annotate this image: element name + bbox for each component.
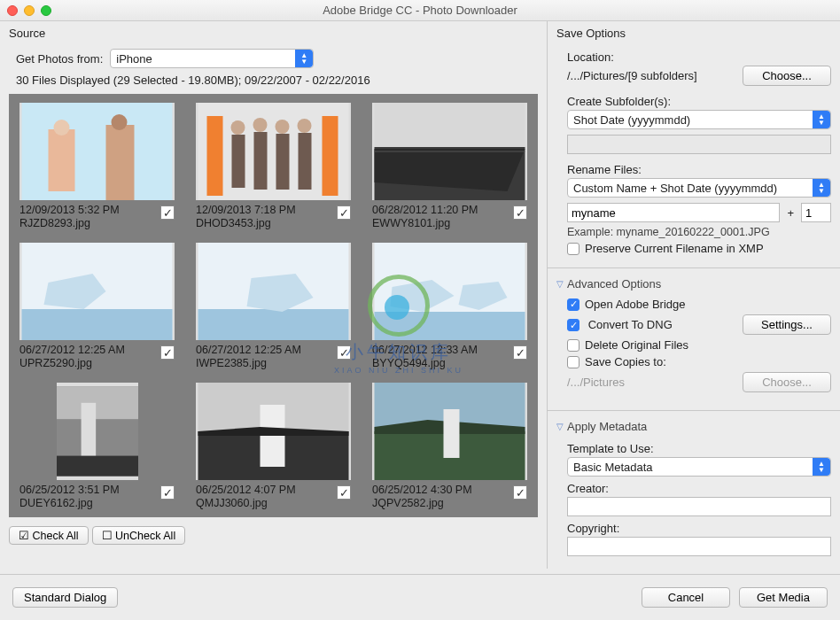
- creator-label: Creator:: [567, 482, 831, 495]
- thumbnail-date: 06/25/2012 4:30 PM: [372, 484, 472, 497]
- svg-rect-25: [57, 386, 138, 419]
- get-media-button[interactable]: Get Media: [739, 587, 828, 608]
- thumbnail-cell[interactable]: 06/25/2012 4:07 PM QMJJ3060.jpg ✓: [196, 383, 351, 510]
- standard-dialog-button[interactable]: Standard Dialog: [12, 587, 118, 608]
- svg-rect-2: [106, 125, 135, 200]
- thumbnail-checkbox[interactable]: ✓: [337, 345, 351, 360]
- thumbnail-checkbox[interactable]: ✓: [337, 205, 351, 220]
- thumbnail-cell[interactable]: 06/27/2012 12:25 AM IWPE2385.jpg ✓: [196, 243, 351, 370]
- divider: [548, 410, 840, 411]
- thumbnail-cell[interactable]: 12/09/2013 7:18 PM DHOD3453.jpg ✓: [196, 103, 351, 230]
- svg-rect-13: [254, 132, 268, 190]
- device-select[interactable]: iPhone ▲▼: [110, 49, 314, 68]
- subfolder-custom-input[interactable]: [567, 135, 831, 154]
- dng-settings-button[interactable]: Settings...: [743, 314, 831, 335]
- thumbnail-image[interactable]: [372, 383, 527, 480]
- creator-input[interactable]: [567, 497, 831, 516]
- thumbnail-image[interactable]: [57, 383, 138, 480]
- thumbnail-filename: JQPV2582.jpg: [372, 497, 472, 510]
- thumbnail-checkbox[interactable]: ✓: [513, 345, 527, 360]
- rename-files-select[interactable]: Custom Name + Shot Date (yyyymmdd) ▲▼: [567, 178, 831, 198]
- delete-originals-label: Delete Original Files: [585, 338, 688, 352]
- check-all-button[interactable]: ☑ Check All: [9, 526, 89, 545]
- thumbnail-cell[interactable]: 06/27/2012 12:25 AM UPRZ5290.jpg ✓: [19, 243, 175, 370]
- convert-dng-checkbox[interactable]: ✓: [567, 319, 579, 331]
- source-header: Source: [0, 21, 547, 40]
- thumbnail-image[interactable]: [19, 243, 175, 340]
- thumbnail-date: 06/28/2012 11:20 PM: [372, 204, 478, 217]
- save-options-header: Save Options: [556, 27, 831, 40]
- copies-choose-button: Choose...: [743, 372, 831, 392]
- uncheck-icon: ☐: [102, 530, 113, 542]
- window-titlebar: Adobe Bridge CC - Photo Downloader: [0, 0, 840, 21]
- thumbnail-checkbox[interactable]: ✓: [160, 345, 175, 360]
- svg-rect-23: [375, 312, 525, 340]
- thumbnail-cell[interactable]: 06/25/2012 4:30 PM JQPV2582.jpg ✓: [372, 383, 527, 510]
- thumbnail-cell[interactable]: 12/09/2013 5:32 PM RJZD8293.jpg ✓: [19, 103, 175, 230]
- open-bridge-checkbox[interactable]: ✓: [567, 298, 579, 311]
- delete-originals-checkbox[interactable]: [567, 339, 579, 352]
- thumbnail-checkbox[interactable]: ✓: [337, 485, 351, 500]
- svg-point-10: [276, 120, 290, 134]
- location-choose-button[interactable]: Choose...: [743, 66, 831, 86]
- template-label: Template to Use:: [567, 442, 831, 455]
- thumbnail-checkbox[interactable]: ✓: [160, 485, 175, 500]
- thumbnail-checkbox[interactable]: ✓: [160, 205, 175, 220]
- thumbnail-date: 12/09/2013 5:32 PM: [19, 204, 120, 217]
- thumbnail-date: 06/25/2012 3:51 PM: [19, 484, 120, 497]
- thumbnail-date: 06/27/2012 12:33 AM: [372, 344, 478, 357]
- thumbnail-cell[interactable]: 06/25/2012 3:51 PM DUEY6162.jpg ✓: [19, 383, 175, 510]
- updown-arrows-icon: ▲▼: [813, 179, 830, 197]
- dialog-footer: Standard Dialog Cancel Get Media: [0, 574, 840, 620]
- thumbnail-checkbox[interactable]: ✓: [513, 485, 527, 500]
- preserve-filename-label: Preserve Current Filename in XMP: [585, 242, 764, 255]
- advanced-options-toggle[interactable]: ▽ Advanced Options: [556, 277, 831, 291]
- thumbnail-image[interactable]: [372, 103, 527, 200]
- thumbnail-checkbox[interactable]: ✓: [513, 205, 527, 220]
- sequence-input[interactable]: [801, 203, 831, 222]
- copyright-input[interactable]: [567, 537, 831, 556]
- thumbnail-filename: EWWY8101.jpg: [372, 217, 478, 230]
- svg-rect-7: [323, 116, 338, 196]
- thumbnail-date: 06/27/2012 12:25 AM: [19, 344, 125, 357]
- svg-point-4: [112, 114, 128, 130]
- svg-rect-12: [232, 135, 245, 188]
- thumbnail-date: 06/27/2012 12:25 AM: [196, 344, 301, 357]
- triangle-down-icon: ▽: [556, 279, 564, 289]
- thumbnail-image[interactable]: [196, 243, 351, 340]
- open-bridge-label: Open Adobe Bridge: [585, 298, 685, 311]
- svg-rect-27: [57, 456, 138, 477]
- triangle-down-icon: ▽: [556, 422, 564, 431]
- thumbnail-cell[interactable]: 06/27/2012 12:33 AM BYYQ5494.jpg ✓: [372, 243, 527, 370]
- create-subfolder-label: Create Subfolder(s):: [567, 95, 831, 108]
- get-photos-label: Get Photos from:: [16, 52, 103, 66]
- thumbnail-date: 06/25/2012 4:07 PM: [196, 484, 296, 497]
- updown-arrows-icon: ▲▼: [813, 111, 830, 128]
- thumbnail-image[interactable]: [196, 103, 351, 200]
- thumbnail-cell[interactable]: 06/28/2012 11:20 PM EWWY8101.jpg ✓: [372, 103, 527, 230]
- thumbnail-image[interactable]: [19, 103, 175, 200]
- check-icon: ☑: [19, 530, 29, 542]
- svg-rect-16: [375, 103, 525, 147]
- svg-point-8: [231, 120, 245, 135]
- create-subfolder-select[interactable]: Shot Date (yyyymmdd) ▲▼: [567, 110, 831, 129]
- custom-name-input[interactable]: [567, 203, 780, 222]
- svg-rect-19: [22, 309, 173, 340]
- preserve-filename-checkbox[interactable]: [567, 243, 579, 255]
- thumbnail-scroll-area[interactable]: 12/09/2013 5:32 PM RJZD8293.jpg ✓ 12/09/…: [9, 94, 538, 517]
- svg-rect-14: [276, 134, 290, 190]
- rename-files-label: Rename Files:: [567, 163, 831, 176]
- files-status-line: 30 Files Displayed (29 Selected - 19.80M…: [0, 74, 547, 94]
- cancel-button[interactable]: Cancel: [642, 587, 730, 608]
- template-select[interactable]: Basic Metadata ▲▼: [567, 457, 831, 477]
- thumbnail-image[interactable]: [196, 383, 351, 480]
- svg-rect-21: [198, 309, 349, 340]
- thumbnail-filename: DUEY6162.jpg: [19, 497, 120, 510]
- save-copies-checkbox[interactable]: [567, 356, 579, 368]
- thumbnail-image[interactable]: [372, 243, 527, 340]
- apply-metadata-toggle[interactable]: ▽ Apply Metadata: [556, 420, 831, 433]
- svg-point-9: [253, 118, 268, 132]
- uncheck-all-button[interactable]: ☐ UnCheck All: [92, 526, 186, 545]
- copies-path: /.../Pictures: [567, 376, 625, 389]
- location-path: /.../Pictures/[9 subfolders]: [567, 69, 697, 82]
